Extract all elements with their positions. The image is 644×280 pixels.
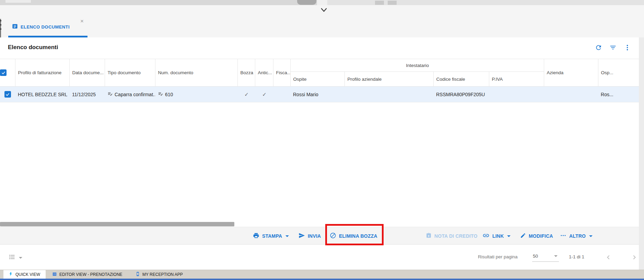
link-icon: [482, 232, 490, 240]
vertical-scrollbar[interactable]: [639, 37, 644, 270]
col-header-ospite[interactable]: Ospite: [290, 72, 344, 87]
printer-icon: [253, 232, 259, 240]
link-button[interactable]: LINK: [482, 227, 511, 245]
col-header-codice-fiscale[interactable]: Codice fiscale: [433, 72, 489, 87]
more-vertical-icon[interactable]: [624, 44, 631, 51]
cell-profilo-fatturazione: HOTEL BEDZZLE SRL: [15, 87, 69, 102]
col-header-data-documento[interactable]: Data docume...: [69, 59, 105, 87]
cell-ospite-right: Ros...: [598, 87, 644, 102]
cell-ospite: Rossi Mario: [290, 87, 344, 102]
horizontal-scrollbar[interactable]: [0, 222, 234, 226]
col-header-piva[interactable]: P.IVA: [489, 72, 544, 87]
chevron-right-icon: [630, 253, 639, 261]
taskbar-tab-editor-view[interactable]: EDITOR VIEW - PRENOTAZIONE: [49, 270, 122, 279]
page-range-label: 1-1 di 1: [569, 254, 584, 259]
taskbar-tab-quick-view[interactable]: QUICK VIEW: [3, 270, 46, 279]
col-header-num-documento[interactable]: Num. documento: [155, 59, 237, 87]
table-row[interactable]: HOTEL BEDZZLE SRL 11/12/2025 Caparra con…: [0, 87, 644, 102]
window-edge-mark: [0, 24, 1, 25]
select-all-checkbox[interactable]: [0, 69, 7, 76]
col-header-tipo-documento[interactable]: Tipo documento: [105, 59, 155, 87]
invia-button[interactable]: INVIA: [298, 227, 321, 245]
col-header-bozza[interactable]: Bozza: [237, 59, 255, 87]
col-header-anticipo[interactable]: Antic...: [255, 59, 273, 87]
send-icon: [298, 232, 305, 240]
cell-tipo-documento: Caparra confirmat...: [105, 87, 155, 102]
action-bar: STAMPA INVIA ELIMINA BOZZA NOTA DI CRE: [0, 227, 644, 245]
cell-piva: [489, 87, 544, 102]
page-size-value: 50: [533, 254, 538, 259]
col-header-ospite-right[interactable]: Osp...: [598, 59, 644, 87]
playlist-edit-icon: [158, 91, 163, 98]
close-icon[interactable]: ×: [79, 18, 85, 25]
view-taskbar: QUICK VIEW EDITOR VIEW - PRENOTAZIONE MY…: [0, 270, 644, 279]
cell-azienda: [544, 87, 598, 102]
list-view-button[interactable]: [9, 254, 22, 262]
page-title: Elenco documenti: [8, 44, 58, 51]
caret-down-icon: [19, 257, 22, 259]
window-edge-mark: [0, 20, 1, 21]
lightning-icon: [9, 271, 13, 278]
credit-note-icon: [426, 233, 432, 239]
results-per-page-label: Risultati per pagina: [478, 254, 518, 259]
page-size-select[interactable]: 50: [532, 251, 559, 262]
more-horizontal-icon: [560, 232, 566, 240]
caret-down-icon: [285, 235, 289, 237]
documents-panel: Elenco documenti: [0, 37, 644, 270]
tab-label: ELENCO DOCUMENTI: [21, 24, 70, 30]
row-checkbox[interactable]: [4, 91, 11, 98]
cell-data-documento: 11/12/2025: [69, 87, 105, 102]
collapse-chevron-icon[interactable]: [318, 7, 330, 14]
filter-icon[interactable]: [609, 44, 617, 51]
caret-down-icon: [507, 235, 511, 237]
window-edge-mark: [0, 29, 1, 30]
col-header-profilo-fatturazione[interactable]: Profilo di fatturazione: [15, 59, 69, 87]
cell-codice-fiscale: RSSMRA80P09F205U: [433, 87, 489, 102]
col-header-profilo-aziendale[interactable]: Profilo aziendale: [344, 72, 433, 87]
block-icon: [330, 232, 336, 240]
cell-anticipo-check: ✓: [255, 87, 273, 102]
editor-list-icon: [52, 272, 57, 278]
altro-button[interactable]: ALTRO: [560, 227, 593, 245]
stampa-button[interactable]: STAMPA: [253, 227, 289, 245]
caret-down-icon: [554, 255, 558, 257]
pagination-bar: Risultati per pagina 50 1-1 di 1: [0, 245, 644, 270]
window-bottom-border: [0, 279, 644, 280]
chevron-left-icon: [604, 253, 612, 261]
playlist-edit-icon: [107, 91, 113, 98]
pencil-icon: [520, 233, 526, 239]
modifica-button[interactable]: MODIFICA: [520, 227, 553, 245]
taskbar-tab-my-reception-app[interactable]: MY RECEPTION APP: [132, 270, 183, 279]
background-shape: [388, 1, 397, 5]
app-screen: ELENCO DOCUMENTI × Elenco documenti: [0, 0, 644, 280]
document-list-icon: [12, 23, 18, 31]
tab-elenco-documenti[interactable]: ELENCO DOCUMENTI: [12, 21, 70, 33]
documents-table: Profilo di fatturazione Data docume... T…: [0, 59, 644, 102]
smartphone-icon: [136, 271, 140, 278]
background-tab: [5, 0, 31, 3]
row-checkbox-cell: [0, 87, 15, 102]
cell-fiscale: [273, 87, 290, 102]
select-all-cell: [0, 59, 15, 87]
background-window-strip: [0, 0, 644, 5]
nota-di-credito-button: NOTA DI CREDITO: [426, 227, 478, 245]
cell-bozza-check: ✓: [237, 87, 255, 102]
elimina-bozza-button[interactable]: ELIMINA BOZZA: [330, 227, 377, 245]
list-bulleted-icon: [9, 254, 15, 262]
cell-num-documento: 610: [155, 87, 237, 102]
background-shape: [297, 0, 316, 5]
col-header-fiscale[interactable]: Fisca...: [273, 59, 290, 87]
caret-down-icon: [589, 235, 593, 237]
background-shape: [375, 1, 384, 5]
col-header-azienda[interactable]: Azienda: [544, 59, 598, 87]
background-tab: [317, 0, 327, 5]
panel-toolbar: [595, 44, 631, 51]
col-group-intestatario: Intestatario: [290, 59, 544, 72]
refresh-icon[interactable]: [595, 44, 602, 51]
cell-profilo-aziendale: [344, 87, 433, 102]
